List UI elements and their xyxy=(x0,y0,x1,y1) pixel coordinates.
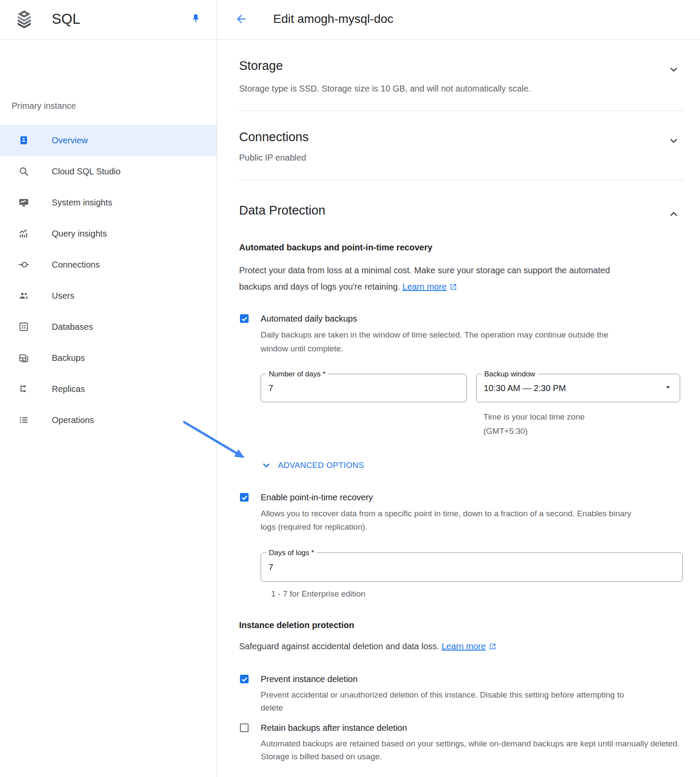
deletion-protection-heading: Instance deletion protection xyxy=(239,619,683,631)
prevent-instance-deletion-checkbox[interactable] xyxy=(240,675,249,683)
connections-summary: Public IP enabled xyxy=(239,152,683,163)
days-of-logs-field[interactable]: Days of logs * 7 xyxy=(261,553,683,582)
sidebar-divider xyxy=(217,0,217,777)
automated-backups-intro: Protect your data from loss at a minimal… xyxy=(239,262,632,296)
top-bar: SQL Edit amogh-mysql-doc xyxy=(0,0,700,40)
connections-section-title: Connections xyxy=(239,130,309,144)
backup-window-value: 10:30 AM — 2:30 PM xyxy=(484,383,566,393)
advanced-options-toggle[interactable]: ADVANCED OPTIONS xyxy=(261,460,683,471)
days-of-logs-value: 7 xyxy=(268,562,273,572)
number-of-days-label: Number of days * xyxy=(266,370,328,379)
section-divider xyxy=(239,180,683,180)
automated-backups-heading: Automated backups and point-in-time reco… xyxy=(239,242,683,253)
sidebar: Primary instance Overview Cloud SQL Stud… xyxy=(0,40,217,777)
data-protection-collapse-icon[interactable] xyxy=(668,208,680,220)
cloud-sql-logo-icon xyxy=(14,9,35,30)
automated-daily-backups-description: Daily backups are taken in the window of… xyxy=(261,328,610,356)
sidebar-nav: Overview Cloud SQL Studio System insight… xyxy=(0,125,217,436)
sidebar-item-connections[interactable]: Connections xyxy=(0,249,217,280)
external-link-icon xyxy=(489,641,496,653)
learn-more-link[interactable]: Learn more xyxy=(403,282,447,291)
section-divider xyxy=(239,111,683,111)
connections-expand-icon[interactable] xyxy=(668,135,680,147)
sidebar-item-databases[interactable]: Databases xyxy=(0,311,217,342)
sidebar-item-label: Operations xyxy=(52,415,94,425)
group-icon xyxy=(18,290,29,301)
automated-daily-backups-checkbox[interactable] xyxy=(240,314,249,323)
page-title: Edit amogh-mysql-doc xyxy=(273,12,394,26)
sidebar-item-cloud-sql-studio[interactable]: Cloud SQL Studio xyxy=(0,156,217,187)
point-in-time-recovery-description: Allows you to recover data from a specif… xyxy=(261,507,632,534)
chevron-down-icon xyxy=(261,460,272,471)
sidebar-item-replicas[interactable]: Replicas xyxy=(0,373,217,404)
backup-table-icon xyxy=(18,352,29,363)
storage-expand-icon[interactable] xyxy=(668,63,680,76)
deletion-protection-intro: Safeguard against accidental deletion an… xyxy=(239,641,632,653)
deletion-learn-more-link[interactable]: Learn more xyxy=(441,641,486,651)
sidebar-item-query-insights[interactable]: Query insights xyxy=(0,218,217,249)
automated-daily-backups-label: Automated daily backups xyxy=(261,313,357,324)
data-protection-section-title: Data Protection xyxy=(239,203,325,218)
app-title: SQL xyxy=(52,11,80,27)
prevent-instance-deletion-description: Prevent accidental or unauthorized delet… xyxy=(261,689,640,714)
sidebar-item-system-insights[interactable]: System insights xyxy=(0,187,217,218)
sidebar-item-label: Connections xyxy=(52,260,100,270)
sidebar-item-users[interactable]: Users xyxy=(0,280,217,311)
sidebar-item-overview[interactable]: Overview xyxy=(0,125,217,156)
deletion-protection-intro-text: Safeguard against accidental deletion an… xyxy=(239,641,439,651)
list-icon xyxy=(18,414,29,426)
sidebar-item-label: Replicas xyxy=(52,384,85,394)
sidebar-item-operations[interactable]: Operations xyxy=(0,404,217,436)
number-of-days-value: 7 xyxy=(268,383,273,393)
retain-backups-description: Automated backups are retained based on … xyxy=(261,737,683,763)
retain-backups-checkbox[interactable] xyxy=(240,723,249,732)
overview-icon xyxy=(18,135,29,146)
storage-summary: Storage type is SSD. Storage size is 10 … xyxy=(239,83,683,94)
main-panel: Storage Storage type is SSD. Storage siz… xyxy=(217,40,700,777)
point-in-time-recovery-checkbox[interactable] xyxy=(240,493,249,502)
sidebar-section-label: Primary instance xyxy=(12,101,76,111)
sidebar-item-label: Users xyxy=(52,291,74,301)
search-icon xyxy=(18,166,29,177)
sidebar-item-label: Overview xyxy=(52,136,88,145)
advanced-options-label: ADVANCED OPTIONS xyxy=(278,461,364,470)
sidebar-item-label: System insights xyxy=(52,198,112,208)
days-of-logs-label: Days of logs * xyxy=(266,549,317,557)
sidebar-item-label: Databases xyxy=(52,322,93,332)
backup-window-helper: Time is your local time zone (GMT+5:30) xyxy=(476,410,609,438)
sidebar-item-label: Cloud SQL Studio xyxy=(52,167,120,177)
back-arrow-icon[interactable] xyxy=(235,13,248,25)
retain-backups-label: Retain backups after instance deletion xyxy=(261,722,407,733)
external-link-icon xyxy=(450,279,457,296)
query-stats-icon xyxy=(18,228,29,239)
number-of-days-field[interactable]: Number of days * 7 xyxy=(261,374,467,402)
backup-window-select[interactable]: Backup window 10:30 AM — 2:30 PM xyxy=(476,374,680,402)
pin-icon[interactable] xyxy=(190,13,202,25)
sidebar-item-backups[interactable]: Backups xyxy=(0,342,217,373)
sidebar-item-label: Backups xyxy=(52,353,85,363)
dropdown-arrow-icon xyxy=(663,382,673,394)
database-grid-icon xyxy=(18,321,29,332)
sidebar-item-label: Query insights xyxy=(52,229,107,239)
monitor-chart-icon xyxy=(18,197,29,208)
backup-window-label: Backup window xyxy=(482,370,538,379)
tree-icon xyxy=(18,383,29,395)
plug-icon xyxy=(18,259,29,270)
point-in-time-recovery-label: Enable point-in-time recovery xyxy=(261,492,373,503)
storage-section-title: Storage xyxy=(239,58,283,73)
prevent-instance-deletion-label: Prevent instance deletion xyxy=(261,673,358,685)
days-of-logs-helper: 1 - 7 for Enterprise edition xyxy=(261,588,683,600)
